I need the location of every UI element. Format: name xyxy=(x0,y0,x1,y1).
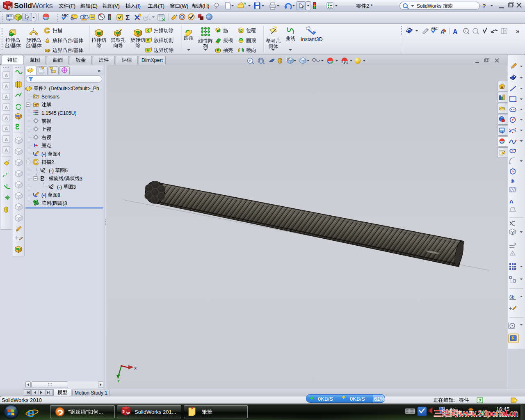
svg-text:4: 4 xyxy=(57,151,60,157)
svg-text:A: A xyxy=(5,126,8,131)
svg-text:(: ( xyxy=(51,201,53,206)
svg-text:A: A xyxy=(5,73,8,78)
svg-text:A: A xyxy=(5,116,8,121)
svg-text:0KB/S: 0KB/S xyxy=(350,396,365,402)
svg-text:6b: 6b xyxy=(509,294,514,299)
svg-text:(I): (I) xyxy=(136,3,141,9)
svg-text:)3: )3 xyxy=(63,201,67,206)
svg-text:W: W xyxy=(126,411,130,415)
svg-text:A: A xyxy=(453,28,458,35)
svg-text:A: A xyxy=(5,94,8,99)
svg-text:": " xyxy=(68,409,70,415)
svg-text:/: / xyxy=(72,38,74,43)
svg-text:2 *: 2 * xyxy=(366,3,372,9)
svg-text:(-): (-) xyxy=(49,168,55,173)
svg-text:A: A xyxy=(35,103,38,107)
svg-text:(T): (T) xyxy=(158,3,164,9)
svg-text:SolidWorks 2010: SolidWorks 2010 xyxy=(2,397,42,403)
svg-text:(-): (-) xyxy=(41,151,48,157)
svg-text:2 (Default<<Default>_Ph: 2 (Default<<Default>_Ph xyxy=(43,86,99,91)
svg-text:(W): (W) xyxy=(180,3,188,9)
svg-text:/: / xyxy=(64,176,65,182)
svg-text:A: A xyxy=(5,105,8,110)
svg-text:DimXpert: DimXpert xyxy=(142,57,163,63)
svg-text:Solid: Solid xyxy=(14,2,32,10)
svg-text:ABC: ABC xyxy=(431,27,438,30)
svg-text:e: e xyxy=(27,405,34,420)
svg-text:Σ: Σ xyxy=(126,14,130,22)
svg-text:SolidWorks: SolidWorks xyxy=(417,3,443,9)
svg-text:...: ... xyxy=(98,409,103,415)
svg-text:?: ? xyxy=(482,3,486,9)
svg-text:!: ! xyxy=(512,252,514,256)
svg-text:61%: 61% xyxy=(374,396,385,402)
svg-text:": " xyxy=(86,409,88,415)
svg-text:1: 1 xyxy=(465,30,466,32)
svg-text:2: 2 xyxy=(51,160,54,165)
svg-text:(F): (F) xyxy=(69,3,75,9)
svg-text:A: A xyxy=(509,199,514,205)
svg-text:(-): (-) xyxy=(57,184,63,190)
svg-text:?: ? xyxy=(479,398,482,403)
svg-text:8: 8 xyxy=(57,192,60,198)
svg-text:Instant3D: Instant3D xyxy=(301,37,323,42)
svg-text:S: S xyxy=(4,4,7,8)
svg-text:Y: Y xyxy=(117,379,120,383)
svg-text:C: C xyxy=(240,28,242,31)
svg-text:1.1545 (C105U): 1.1545 (C105U) xyxy=(41,110,76,116)
svg-text:/: / xyxy=(9,43,11,49)
svg-text:Motion Study 1: Motion Study 1 xyxy=(75,390,107,396)
svg-text:»: » xyxy=(98,68,100,74)
svg-text:S: S xyxy=(122,409,125,413)
svg-text:A: A xyxy=(5,84,8,89)
svg-text:Sensors: Sensors xyxy=(41,94,59,100)
svg-text:(E): (E) xyxy=(91,3,98,9)
svg-text:Works: Works xyxy=(32,2,53,10)
svg-text:(-): (-) xyxy=(41,192,48,198)
svg-text:5: 5 xyxy=(65,168,68,173)
svg-text:3: 3 xyxy=(80,176,82,182)
svg-text:A: A xyxy=(5,148,8,153)
svg-text:/: / xyxy=(72,48,74,53)
svg-text:SolidWorks 201...: SolidWorks 201... xyxy=(135,409,176,415)
svg-text:W: W xyxy=(8,5,12,9)
svg-text:0KB/S: 0KB/S xyxy=(318,396,333,402)
svg-text:(H): (H) xyxy=(202,3,209,9)
svg-text:A: A xyxy=(5,137,8,142)
svg-text:X: X xyxy=(134,366,137,370)
svg-text:www.3dportal.cn: www.3dportal.cn xyxy=(458,409,518,418)
svg-text:3: 3 xyxy=(73,184,76,190)
svg-text:»: » xyxy=(516,27,519,34)
svg-text:(V): (V) xyxy=(113,3,120,9)
svg-text:/: / xyxy=(30,43,32,49)
